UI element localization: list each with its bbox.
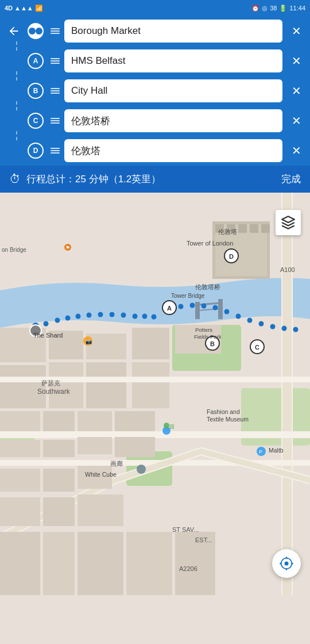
- svg-point-73: [293, 327, 299, 332]
- svg-text:C: C: [255, 344, 259, 351]
- svg-rect-21: [78, 411, 112, 431]
- summary-text: 行程总计：25 分钟（1.2英里）: [26, 172, 161, 186]
- svg-point-66: [213, 305, 218, 310]
- status-right: ⏰ ◎ 38 🔋 11:44: [251, 5, 305, 12]
- svg-rect-26: [115, 437, 155, 457]
- svg-text:The Shard: The Shard: [33, 332, 63, 339]
- svg-rect-20: [43, 411, 75, 431]
- svg-point-51: [55, 318, 60, 323]
- my-location-button[interactable]: [272, 549, 301, 578]
- layer-switcher-button[interactable]: [276, 210, 301, 235]
- svg-point-56: [110, 312, 115, 317]
- summary-bar: ⏱ 行程总计：25 分钟（1.2英里） 完成: [0, 166, 310, 193]
- svg-rect-12: [86, 362, 126, 408]
- route-input-d[interactable]: [64, 139, 282, 162]
- svg-rect-25: [78, 437, 112, 454]
- back-button[interactable]: [5, 22, 23, 40]
- svg-text:画廊: 画廊: [110, 460, 123, 467]
- status-bar: 4D ▲▲▲ 📶 ⏰ ◎ 38 🔋 11:44: [0, 0, 310, 16]
- svg-rect-22: [115, 411, 155, 431]
- waypoint-a: A: [28, 53, 44, 69]
- svg-point-63: [179, 304, 184, 309]
- summary-left: ⏱ 行程总计：25 分钟（1.2英里）: [9, 172, 161, 186]
- svg-text:B: B: [210, 340, 215, 347]
- alarm-icon: ⏰: [251, 5, 259, 12]
- svg-text:Southwark: Southwark: [37, 388, 71, 396]
- route-row-b: B ✕: [0, 76, 310, 106]
- waypoint-origin: [28, 23, 44, 39]
- route-input-b[interactable]: [64, 79, 282, 102]
- svg-text:萨瑟克: 萨瑟克: [41, 379, 60, 386]
- drag-handle-d[interactable]: [51, 148, 60, 154]
- svg-point-109: [164, 423, 169, 428]
- svg-text:Tower of London: Tower of London: [187, 240, 233, 247]
- svg-point-50: [44, 321, 49, 327]
- close-button-origin[interactable]: ✕: [287, 22, 305, 40]
- drag-handle-origin[interactable]: [51, 28, 60, 34]
- svg-text:A100: A100: [280, 266, 295, 273]
- time-display: 11:44: [289, 5, 305, 12]
- svg-text:Textile Museum: Textile Museum: [207, 416, 249, 423]
- svg-text:EST...: EST...: [195, 536, 212, 543]
- svg-rect-28: [43, 469, 75, 492]
- svg-rect-32: [78, 494, 123, 526]
- svg-point-69: [247, 318, 253, 323]
- waypoint-b: B: [28, 83, 44, 99]
- route-input-c[interactable]: [64, 109, 282, 132]
- close-button-c[interactable]: ✕: [287, 112, 305, 130]
- svg-point-111: [285, 562, 289, 566]
- route-row-origin: ✕: [0, 16, 310, 46]
- svg-point-58: [133, 314, 138, 319]
- svg-point-108: [137, 465, 146, 474]
- route-input-origin[interactable]: [64, 20, 282, 43]
- svg-point-52: [65, 316, 71, 321]
- svg-rect-8: [132, 328, 169, 359]
- clock-icon: ⏱: [9, 172, 21, 186]
- svg-rect-33: [0, 532, 40, 595]
- svg-rect-31: [43, 497, 75, 526]
- svg-point-60: [152, 315, 157, 320]
- map-area[interactable]: A B C D Tower of London 伦敦塔 Tower Bridge…: [0, 193, 310, 595]
- svg-rect-13: [132, 362, 169, 408]
- svg-text:伦敦塔: 伦敦塔: [218, 228, 237, 235]
- battery-text: 38: [270, 5, 277, 12]
- close-button-d[interactable]: ✕: [287, 141, 305, 160]
- route-input-a[interactable]: [64, 49, 282, 72]
- route-panel: ✕ A ✕ B ✕ C ✕ D ✕: [0, 16, 310, 166]
- svg-text:Tower Bridge: Tower Bridge: [171, 293, 205, 299]
- svg-text:A: A: [167, 305, 172, 312]
- svg-text:ST SAV...: ST SAV...: [172, 526, 199, 533]
- waypoint-c: C: [28, 113, 44, 129]
- route-row-c: C ✕: [0, 106, 310, 136]
- svg-rect-35: [78, 532, 123, 595]
- svg-text:园: 园: [169, 424, 175, 430]
- status-left: 4D ▲▲▲ 📶: [5, 5, 43, 12]
- svg-rect-36: [126, 532, 172, 595]
- complete-button[interactable]: 完成: [281, 172, 301, 186]
- svg-point-54: [87, 313, 92, 318]
- drag-handle-c[interactable]: [51, 118, 60, 124]
- svg-rect-10: [0, 365, 46, 408]
- svg-point-55: [98, 312, 103, 317]
- wifi-icon: 📶: [35, 5, 43, 12]
- svg-text:伦敦塔桥: 伦敦塔桥: [195, 283, 220, 290]
- network-indicator: 4D: [5, 5, 13, 12]
- svg-rect-19: [0, 411, 40, 431]
- drag-handle-b[interactable]: [51, 88, 60, 94]
- svg-point-67: [224, 309, 230, 315]
- svg-point-57: [121, 313, 126, 318]
- close-button-b[interactable]: ✕: [287, 82, 305, 100]
- svg-text:Maltb: Maltb: [269, 447, 284, 454]
- svg-text:A2206: A2206: [179, 565, 197, 572]
- svg-rect-27: [0, 469, 40, 492]
- close-button-a[interactable]: ✕: [287, 52, 305, 70]
- svg-text:Potters: Potters: [195, 327, 212, 333]
- svg-rect-43: [250, 224, 258, 233]
- svg-rect-7: [86, 334, 126, 359]
- svg-point-59: [142, 314, 148, 319]
- svg-text:Fashion and: Fashion and: [207, 408, 240, 415]
- drag-handle-a[interactable]: [51, 58, 60, 64]
- svg-text:P: P: [259, 449, 262, 455]
- svg-rect-15: [282, 193, 292, 595]
- svg-point-68: [236, 314, 241, 319]
